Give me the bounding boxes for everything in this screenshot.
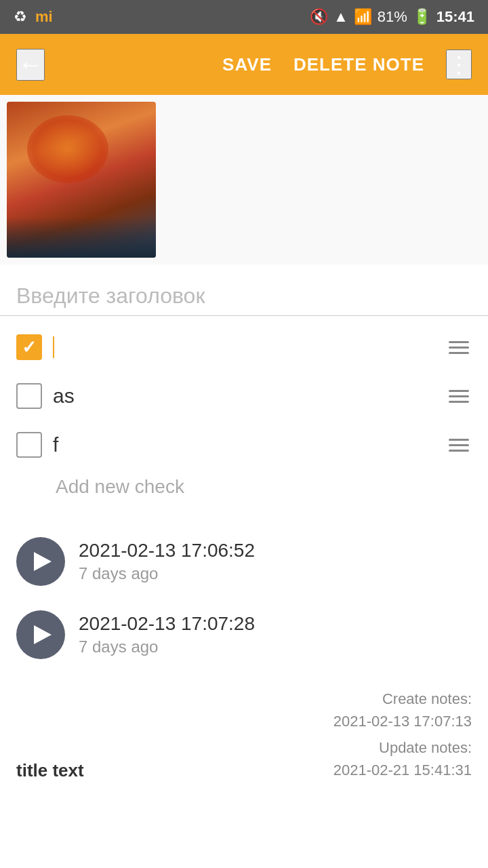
delete-note-button[interactable]: DELETE NOTE [293, 54, 424, 75]
save-button[interactable]: SAVE [222, 54, 272, 75]
audio-timestamp-1: 2021-02-13 17:06:52 [79, 540, 472, 561]
play-button-2[interactable] [16, 610, 65, 659]
check-item-2: as [0, 372, 488, 420]
play-icon-2 [34, 625, 52, 644]
status-right-icons: 🔇 ▲ 📶 81% 🔋 15:41 [310, 8, 474, 26]
drag-line-2 [449, 347, 469, 349]
update-notes-date: 2021-02-21 15:41:31 [333, 762, 472, 778]
drag-line-2 [449, 395, 469, 397]
audio-ago-2: 7 days ago [79, 637, 472, 656]
image-area [0, 95, 488, 264]
note-image[interactable] [7, 102, 156, 258]
audio-item-2: 2021-02-13 17:07:28 7 days ago [0, 598, 488, 671]
back-button[interactable]: ← [16, 49, 45, 81]
mute-icon: 🔇 [310, 8, 328, 26]
audio-item-1: 2021-02-13 17:06:52 7 days ago [0, 525, 488, 598]
status-bar: ♻ mi 🔇 ▲ 📶 81% 🔋 15:41 [0, 0, 488, 34]
wifi-icon: ▲ [333, 8, 348, 26]
battery-text: 81% [378, 8, 407, 26]
drag-line-2 [449, 444, 469, 446]
check-item-3: f [0, 420, 488, 469]
play-button-1[interactable] [16, 537, 65, 586]
drag-line-1 [449, 341, 469, 343]
signal-icon: 📶 [354, 8, 372, 26]
title-section [0, 264, 488, 316]
status-left-icons: ♻ mi [14, 8, 53, 26]
title-text-label: title text [16, 760, 84, 781]
update-label: Update notes: 2021-02-21 15:41:31 [333, 736, 472, 781]
update-notes-label: Update notes: [379, 739, 472, 756]
check-item-1 [0, 323, 488, 372]
checkbox-2[interactable] [16, 383, 42, 409]
drag-handle-3[interactable] [446, 436, 472, 454]
drag-handle-2[interactable] [446, 387, 472, 406]
checkbox-1[interactable] [16, 334, 42, 360]
drag-handle-1[interactable] [446, 338, 472, 357]
drag-line-3 [449, 450, 469, 452]
text-cursor [53, 336, 54, 358]
battery-icon: 🔋 [413, 8, 431, 26]
drag-line-1 [449, 390, 469, 392]
audio-timestamp-2: 2021-02-13 17:07:28 [79, 613, 472, 635]
create-notes-label: Create notes: [382, 690, 472, 707]
check-item-2-text: as [53, 384, 75, 407]
drag-line-3 [449, 352, 469, 354]
create-label: Create notes: 2021-02-13 17:07:13 [333, 688, 472, 732]
check-text-area-3[interactable]: f [42, 433, 446, 456]
recycle-icon: ♻ [14, 8, 27, 26]
time-display: 15:41 [436, 8, 474, 26]
drag-line-1 [449, 439, 469, 441]
audio-info-1: 2021-02-13 17:06:52 7 days ago [79, 540, 472, 583]
add-new-check-button[interactable]: Add new check [0, 469, 488, 511]
bottom-info: title text Create notes: 2021-02-13 17:0… [0, 678, 488, 797]
more-options-button[interactable]: ⋮ [446, 50, 472, 79]
mi-icon: mi [35, 8, 53, 26]
checkbox-3[interactable] [16, 432, 42, 458]
audio-section: 2021-02-13 17:06:52 7 days ago 2021-02-1… [0, 518, 488, 678]
audio-info-2: 2021-02-13 17:07:28 7 days ago [79, 613, 472, 656]
toolbar-actions: SAVE DELETE NOTE ⋮ [222, 50, 472, 79]
checklist-section: as f Add new check [0, 316, 488, 518]
check-text-area-1[interactable] [42, 336, 446, 358]
audio-ago-1: 7 days ago [79, 564, 472, 583]
toolbar: ← SAVE DELETE NOTE ⋮ [0, 34, 488, 95]
play-icon-1 [34, 552, 52, 571]
check-text-area-2[interactable]: as [42, 384, 446, 408]
note-meta: Create notes: 2021-02-13 17:07:13 Update… [333, 688, 472, 781]
create-notes-date: 2021-02-13 17:07:13 [333, 713, 472, 730]
drag-line-3 [449, 401, 469, 403]
title-input[interactable] [16, 283, 472, 309]
check-item-3-text: f [53, 433, 58, 456]
